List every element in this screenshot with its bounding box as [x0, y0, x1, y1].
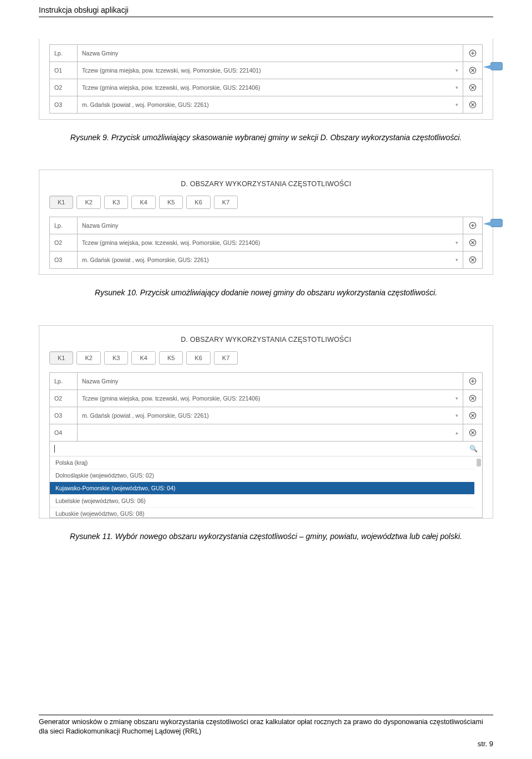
figure-9-panel: Lp. Nazwa Gminy O1 — [39, 39, 493, 120]
x-circle-icon — [469, 412, 477, 419]
delete-row-button[interactable] — [468, 428, 478, 438]
delete-row-button[interactable] — [468, 83, 478, 93]
cell-lp: O2 — [50, 389, 78, 407]
text-cursor-icon — [54, 445, 55, 453]
dropdown-option[interactable]: Lubuskie (województwo, GUS: 08) — [50, 507, 474, 517]
figure-10-caption: Rysunek 10. Przycisk umożliwiający dodan… — [39, 287, 493, 298]
delete-row-button[interactable] — [468, 255, 478, 265]
chevron-down-icon: ▾ — [456, 257, 458, 263]
tab-k6[interactable]: K6 — [186, 196, 210, 209]
cell-name[interactable]: Tczew (gmina miejska, pow. tczewski, woj… — [78, 62, 463, 79]
cell-name[interactable]: m. Gdańsk (powiat , woj. Pomorskie, GUS:… — [78, 252, 463, 269]
plus-circle-icon — [469, 49, 477, 57]
col-name: Nazwa Gminy — [78, 45, 463, 62]
gminy-table: Lp. Nazwa Gminy O1 — [49, 44, 483, 114]
header-rule — [39, 17, 493, 17]
scrollbar-thumb[interactable] — [477, 459, 481, 466]
cell-lp: O2 — [50, 234, 78, 252]
cell-lp: O3 — [50, 96, 78, 114]
section-d-title: D. OBSZARY WYKORZYSTANIA CZĘSTOTLIWOŚCI — [49, 180, 483, 188]
gminy-table: Lp. Nazwa Gminy O2 — [49, 372, 483, 442]
cell-name[interactable]: Tczew (gmina wiejska, pow. tczewski, woj… — [78, 79, 463, 96]
chevron-down-icon: ▾ — [456, 240, 458, 245]
tab-k7[interactable]: K7 — [214, 196, 238, 209]
delete-row-button[interactable] — [468, 100, 478, 110]
tab-k1[interactable]: K1 — [49, 351, 73, 365]
chevron-down-icon: ▾ — [456, 102, 458, 107]
chevron-down-icon: ▾ — [456, 68, 458, 73]
tab-k5[interactable]: K5 — [159, 196, 183, 209]
dropdown-option[interactable]: Lubelskie (województwo, GUS: 06) — [50, 495, 474, 507]
add-row-button[interactable] — [468, 376, 478, 386]
tab-k3[interactable]: K3 — [104, 351, 128, 365]
col-lp: Lp. — [50, 372, 78, 389]
cell-lp: O4 — [50, 424, 78, 441]
tab-k4[interactable]: K4 — [131, 196, 155, 209]
table-row: O3 m. Gdańsk (powiat , woj. Pomorskie, G… — [50, 96, 483, 114]
delete-row-button[interactable] — [468, 393, 478, 403]
chevron-down-icon: ▾ — [456, 413, 458, 418]
delete-row-button[interactable] — [468, 411, 478, 420]
add-row-button[interactable] — [468, 220, 478, 230]
x-circle-icon — [469, 256, 477, 264]
section-d-title: D. OBSZARY WYKORZYSTANIA CZĘSTOTLIWOŚCI — [49, 336, 483, 343]
plus-circle-icon — [469, 222, 477, 229]
chevron-down-icon: ▾ — [456, 85, 458, 90]
cell-lp: O1 — [50, 62, 78, 79]
col-name: Nazwa Gminy — [78, 372, 463, 389]
footer-text: Generator wniosków o zmianę obszaru wyko… — [39, 717, 493, 736]
tab-k3[interactable]: K3 — [104, 196, 128, 209]
x-circle-icon — [469, 429, 477, 437]
cell-name[interactable]: m. Gdańsk (powiat , woj. Pomorskie, GUS:… — [78, 407, 463, 424]
dropdown-option[interactable]: Polska (kraj) — [50, 457, 474, 469]
tab-k1[interactable]: K1 — [49, 196, 73, 209]
x-circle-icon — [469, 66, 477, 74]
tab-k2[interactable]: K2 — [76, 196, 100, 209]
table-row: O2 Tczew (gmina wiejska, pow. tczewski, … — [50, 234, 483, 252]
figure-11-caption: Rysunek 11. Wybór nowego obszaru wykorzy… — [39, 531, 493, 542]
tab-k2[interactable]: K2 — [76, 351, 100, 365]
table-row: O1 Tczew (gmina miejska, pow. tczewski, … — [50, 62, 483, 79]
x-circle-icon — [469, 84, 477, 91]
dropdown-search[interactable]: 🔍 — [50, 442, 482, 457]
col-name: Nazwa Gminy — [78, 217, 463, 234]
footer-rule — [39, 715, 493, 715]
figure-11-panel: D. OBSZARY WYKORZYSTANIA CZĘSTOTLIWOŚCI … — [39, 325, 493, 519]
col-add — [463, 372, 483, 389]
col-add — [463, 217, 483, 234]
x-circle-icon — [469, 394, 477, 402]
k-tabs: K1 K2 K3 K4 K5 K6 K7 — [49, 196, 483, 209]
delete-row-button[interactable] — [468, 65, 478, 75]
table-row: O3 m. Gdańsk (powiat , woj. Pomorskie, G… — [50, 407, 483, 424]
dropdown-option-selected[interactable]: Kujawsko-Pomorskie (województwo, GUS: 04… — [50, 482, 474, 495]
chevron-down-icon: ▾ — [456, 396, 458, 401]
tab-k5[interactable]: K5 — [159, 351, 183, 365]
k-tabs: K1 K2 K3 K4 K5 K6 K7 — [49, 351, 483, 365]
col-add — [463, 45, 483, 62]
page-header-title: Instrukcja obsługi aplikacji — [39, 6, 129, 14]
cell-name[interactable]: m. Gdańsk (powiat , woj. Pomorskie, GUS:… — [78, 96, 463, 114]
cell-name[interactable]: ▴ — [78, 424, 463, 441]
cell-lp: O3 — [50, 407, 78, 424]
callout-marker — [490, 62, 503, 70]
delete-row-button[interactable] — [468, 238, 478, 248]
table-row: O4 ▴ — [50, 424, 483, 441]
dropdown-list: Polska (kraj) Dolnośląskie (województwo,… — [50, 457, 482, 517]
gmina-dropdown[interactable]: 🔍 Polska (kraj) Dolnośląskie (województw… — [49, 442, 483, 518]
add-row-button[interactable] — [468, 48, 478, 58]
tab-k6[interactable]: K6 — [186, 351, 210, 365]
figure-10-panel: D. OBSZARY WYKORZYSTANIA CZĘSTOTLIWOŚCI … — [39, 170, 493, 275]
cell-name[interactable]: Tczew (gmina wiejska, pow. tczewski, woj… — [78, 234, 463, 252]
x-circle-icon — [469, 239, 477, 247]
dropdown-option[interactable]: Dolnośląskie (województwo, GUS: 02) — [50, 469, 474, 482]
cell-name[interactable]: Tczew (gmina wiejska, pow. tczewski, woj… — [78, 389, 463, 407]
cell-lp: O3 — [50, 252, 78, 269]
search-icon: 🔍 — [469, 445, 478, 453]
cell-lp: O2 — [50, 79, 78, 96]
chevron-up-icon: ▴ — [456, 430, 458, 435]
plus-circle-icon — [469, 377, 477, 385]
tab-k7[interactable]: K7 — [214, 351, 238, 365]
table-row: O2 Tczew (gmina wiejska, pow. tczewski, … — [50, 79, 483, 96]
table-row: O3 m. Gdańsk (powiat , woj. Pomorskie, G… — [50, 252, 483, 269]
tab-k4[interactable]: K4 — [131, 351, 155, 365]
